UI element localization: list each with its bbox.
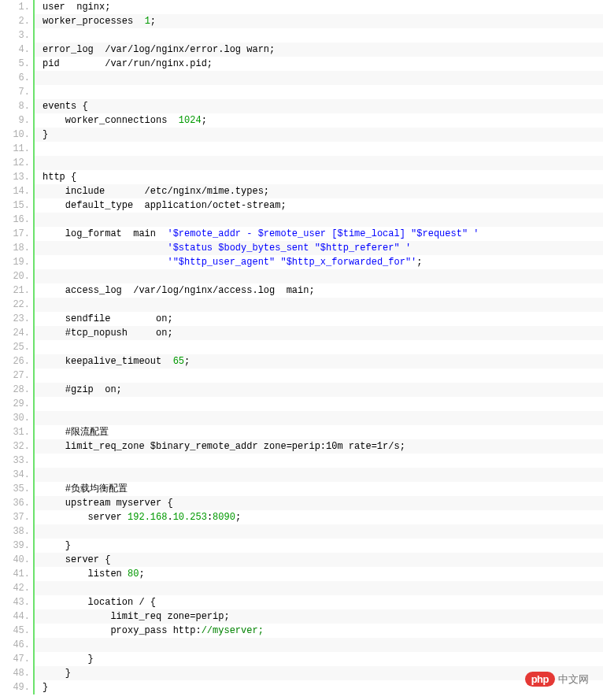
watermark-logo: php 中文网	[525, 672, 589, 687]
code-line: 24. #tcp_nopush on;	[35, 326, 603, 340]
code-line: 33.	[35, 454, 603, 468]
code-content: server 192.168.10.253:8090;	[35, 510, 603, 524]
code-content: access_log /var/log/nginx/access.log mai…	[35, 283, 603, 298]
code-content: #限流配置	[35, 425, 603, 439]
line-number: 6.	[0, 71, 30, 85]
line-number: 16.	[0, 213, 30, 227]
code-line: 40. server {	[35, 553, 603, 567]
code-line: 1.user nginx;	[35, 0, 603, 14]
code-content	[35, 454, 603, 468]
line-number: 36.	[0, 496, 30, 510]
code-content	[35, 411, 603, 425]
code-line: 13.http {	[35, 170, 603, 184]
line-number: 28.	[0, 383, 30, 397]
code-line: 9. worker_connections 1024;	[35, 113, 603, 128]
line-number: 23.	[0, 312, 30, 326]
code-line: 49.}	[35, 680, 603, 694]
code-line: 41. listen 80;	[35, 567, 603, 581]
code-content	[35, 369, 603, 383]
line-number: 29.	[0, 397, 30, 411]
code-content	[35, 340, 603, 354]
line-number: 45.	[0, 624, 30, 638]
code-content: #tcp_nopush on;	[35, 326, 603, 340]
code-line: 14. include /etc/nginx/mime.types;	[35, 184, 603, 198]
line-number: 34.	[0, 468, 30, 482]
code-content: }	[35, 680, 603, 694]
line-number: 13.	[0, 170, 30, 184]
code-line: 30.	[35, 411, 603, 425]
code-line: 6.	[35, 71, 603, 85]
code-content: log_format main '$remote_addr - $remote_…	[35, 227, 603, 241]
code-line: 7.	[35, 85, 603, 99]
code-line: 31. #限流配置	[35, 425, 603, 439]
code-line: 44. limit_req zone=perip;	[35, 609, 603, 624]
line-number: 20.	[0, 269, 30, 283]
code-content	[35, 298, 603, 312]
line-number: 31.	[0, 425, 30, 439]
line-number: 11.	[0, 142, 30, 156]
code-line: 36. upstream myserver {	[35, 496, 603, 510]
line-number: 12.	[0, 156, 30, 170]
line-number: 22.	[0, 298, 30, 312]
code-line: 27.	[35, 369, 603, 383]
code-content: listen 80;	[35, 567, 603, 581]
code-block: 1.user nginx;2.worker_processes 1;3. 4.e…	[33, 0, 603, 694]
code-content: }	[35, 652, 603, 666]
line-number: 41.	[0, 567, 30, 581]
line-number: 18.	[0, 241, 30, 255]
line-number: 46.	[0, 638, 30, 652]
code-content: upstream myserver {	[35, 496, 603, 510]
code-content	[35, 71, 603, 85]
code-content	[35, 28, 603, 43]
code-line: 12.	[35, 156, 603, 170]
code-content: include /etc/nginx/mime.types;	[35, 184, 603, 198]
code-content	[35, 269, 603, 283]
code-line: 42.	[35, 581, 603, 595]
code-line: 38.	[35, 524, 603, 539]
line-number: 42.	[0, 581, 30, 595]
code-content: pid /var/run/nginx.pid;	[35, 57, 603, 71]
code-content: sendfile on;	[35, 312, 603, 326]
code-line: 20.	[35, 269, 603, 283]
code-content	[35, 142, 603, 156]
code-content: proxy_pass http://myserver;	[35, 624, 603, 638]
code-line: 16.	[35, 213, 603, 227]
code-content: server {	[35, 553, 603, 567]
line-number: 3.	[0, 28, 30, 43]
line-number: 44.	[0, 609, 30, 624]
code-content: worker_connections 1024;	[35, 113, 603, 128]
watermark-text: 中文网	[558, 672, 589, 687]
code-line: 25.	[35, 340, 603, 354]
code-line: 2.worker_processes 1;	[35, 14, 603, 28]
code-line: 10.}	[35, 128, 603, 142]
code-content	[35, 524, 603, 539]
code-line: 4.error_log /var/log/nginx/error.log war…	[35, 43, 603, 57]
code-line: 19. '"$http_user_agent" "$http_x_forward…	[35, 255, 603, 269]
line-number: 9.	[0, 113, 30, 128]
code-line: 34.	[35, 468, 603, 482]
code-content: }	[35, 666, 603, 680]
line-number: 40.	[0, 553, 30, 567]
code-content: #负载均衡配置	[35, 482, 603, 496]
code-line: 28. #gzip on;	[35, 383, 603, 397]
code-line: 23. sendfile on;	[35, 312, 603, 326]
code-line: 46.	[35, 638, 603, 652]
code-line: 37. server 192.168.10.253:8090;	[35, 510, 603, 524]
code-line: 35. #负载均衡配置	[35, 482, 603, 496]
code-content	[35, 156, 603, 170]
line-number: 21.	[0, 283, 30, 298]
code-content: worker_processes 1;	[35, 14, 603, 28]
line-number: 2.	[0, 14, 30, 28]
line-number: 48.	[0, 666, 30, 680]
line-number: 19.	[0, 255, 30, 269]
line-number: 1.	[0, 0, 30, 14]
code-content: default_type application/octet-stream;	[35, 198, 603, 213]
line-number: 30.	[0, 411, 30, 425]
code-content: #gzip on;	[35, 383, 603, 397]
code-content: http {	[35, 170, 603, 184]
line-number: 47.	[0, 652, 30, 666]
code-content	[35, 581, 603, 595]
code-line: 11.	[35, 142, 603, 156]
code-content: user nginx;	[35, 0, 603, 14]
code-line: 26. keepalive_timeout 65;	[35, 354, 603, 369]
